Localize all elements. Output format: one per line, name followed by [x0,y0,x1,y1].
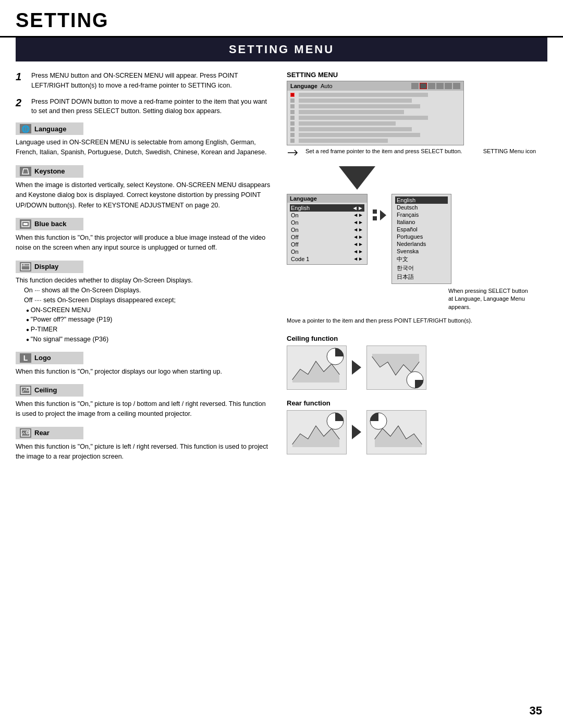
ceiling-function-section: Ceiling function [287,335,547,390]
lang-row-off-2: Off◄► [290,241,364,248]
left-column: 1 Press MENU button and ON-SCREEN MENU w… [16,71,271,469]
lang-japanese: 日本語 [395,273,448,281]
menu-icon-5 [445,83,452,89]
rear-diagrams [287,410,547,454]
lang-portugues: Portugues [395,233,448,240]
feature-display: Display This function decides whether to… [16,261,271,344]
menu-row-indicator-4 [290,110,295,114]
feature-ceiling-header: Ceiling [16,384,83,397]
double-bar-arrows [373,209,386,220]
feature-blue-back-header: Blue back [16,218,83,230]
feature-language-body: Language used in ON-SCREEN MENU is selec… [16,138,271,158]
blue-back-icon [20,219,31,229]
language-icon: 🌐 [20,124,31,133]
down-arrow-container [339,166,547,190]
section-title-bar: SETTING MENU [16,38,547,61]
keystone-icon [20,167,31,176]
rear-after-diagram [366,410,426,454]
main-content: 1 Press MENU button and ON-SCREEN MENU w… [0,71,563,469]
feature-display-body-intro: This function decides whether to display… [16,276,271,286]
ceiling-arrow [352,360,361,375]
ceiling-icon [20,386,31,395]
feature-display-bullets: ON-SCREEN MENU "Power off?" message (P19… [26,305,271,344]
feature-logo-body: When this function is "On," projector di… [16,367,271,377]
feature-language-title: Language [34,125,66,133]
lang-row-on-1: On◄► [290,212,364,219]
step-1-text: Press MENU button and ON-SCREEN MENU wil… [31,71,271,91]
lang-nederlands: Nederlands [395,240,448,248]
step-1: 1 Press MENU button and ON-SCREEN MENU w… [16,71,271,91]
menu-auto-label: Auto [321,83,333,89]
menu-icon-1 [411,83,419,89]
lang-menu-note-right: When pressing SELECT button at Language,… [448,287,532,311]
language-list-panel: English Deutsch Français Italiano Españo… [391,194,451,284]
menu-row-indicator-8 [290,133,295,137]
step-2-text: Press POINT DOWN button to move a red-fr… [31,97,271,117]
svg-rect-2 [23,223,28,225]
feature-display-on: On ··· shows all the On-Screen Displays. [24,286,271,295]
menu-row-indicator-2 [290,98,295,103]
lang-menu-rows: English◄► On◄► On◄► On◄► Off◄► Off◄► On◄… [287,203,367,264]
svg-marker-0 [22,169,29,174]
feature-display-header: Display [16,261,83,273]
menu-row-indicator-9 [290,139,295,143]
step-1-num: 1 [16,71,26,91]
menu-row-indicator-3 [290,104,295,108]
feature-display-title: Display [34,263,58,270]
menu-row-line-2 [299,98,412,103]
lang-row-code: Code 1◄► [290,255,364,263]
rear-function-section: Rear function [287,399,547,454]
annotation-arrow [287,147,302,158]
menu-icon-3 [428,83,435,89]
ceiling-function-label: Ceiling function [287,335,547,342]
feature-rear: Rear When this function is "On," picture… [16,427,271,462]
ceiling-diagrams [287,346,547,390]
lang-deutsch: Deutsch [395,204,448,211]
lang-menu-left-panel: Language English◄► On◄► On◄► On◄► Off◄► … [287,194,368,265]
setting-annotation-row: Set a red frame pointer to the item and … [287,147,547,158]
feature-rear-header: Rear [16,427,83,439]
lang-menu-header: Language [287,194,367,203]
lang-espanol: Español [395,226,448,233]
feature-rear-title: Rear [34,429,50,437]
setting-menu-right-label: SETTING MENU [287,71,547,79]
setting-menu-icon-label: SETTING Menu icon [483,147,536,155]
feature-logo-title: Logo [34,354,51,362]
lang-row-english: English◄► [290,204,364,212]
annotation-frame-text: Set a red frame pointer to the item and … [287,147,462,158]
lang-row-on-3: On◄► [290,226,364,233]
feature-rear-body: When this function is "On," picture is l… [16,442,271,462]
feature-display-off: Off ···· sets On-Screen Displays disappe… [24,295,271,305]
feature-keystone: Keystone When the image is distorted ver… [16,165,271,211]
feature-blue-back: Blue back When this function is "On," th… [16,218,271,253]
move-pointer-text: Move a pointer to the item and then pres… [287,317,472,324]
feature-blue-back-title: Blue back [34,220,66,228]
menu-row-line-1 [299,93,428,97]
lang-row-off-1: Off◄► [290,233,364,241]
rear-function-label: Rear function [287,399,547,407]
menu-row-indicator-7 [290,127,295,131]
annotation-frame-label: Set a red frame pointer to the item and … [305,147,462,155]
feature-ceiling-body: When this function is "On," picture is t… [16,399,271,419]
lang-francais: Français [395,211,448,218]
lang-italiano: Italiano [395,218,448,226]
lang-korean: 한국어 [395,264,448,273]
menu-row-line-7 [299,127,412,131]
feature-ceiling-title: Ceiling [34,386,57,394]
lang-english-selected: English [395,196,448,204]
menu-row-indicator-5 [290,116,295,120]
menu-row-line-4 [299,110,404,114]
menu-rows-container [287,91,463,145]
svg-point-7 [26,388,29,391]
step-2: 2 Press POINT DOWN button to move a red-… [16,97,271,117]
feature-keystone-title: Keystone [34,167,65,175]
logo-icon: L [20,353,31,363]
ceiling-after-diagram [366,346,426,390]
feature-language: 🌐 Language Language used in ON-SCREEN ME… [16,122,271,158]
menu-icon-2 [420,83,427,89]
menu-language-label: Language [290,83,317,89]
move-pointer-note: Move a pointer to the item and then pres… [287,316,547,325]
ceiling-before-diagram [287,346,347,390]
lang-menu-section: Language English◄► On◄► On◄► On◄► Off◄► … [287,194,547,284]
bullet-1: ON-SCREEN MENU [26,305,271,315]
